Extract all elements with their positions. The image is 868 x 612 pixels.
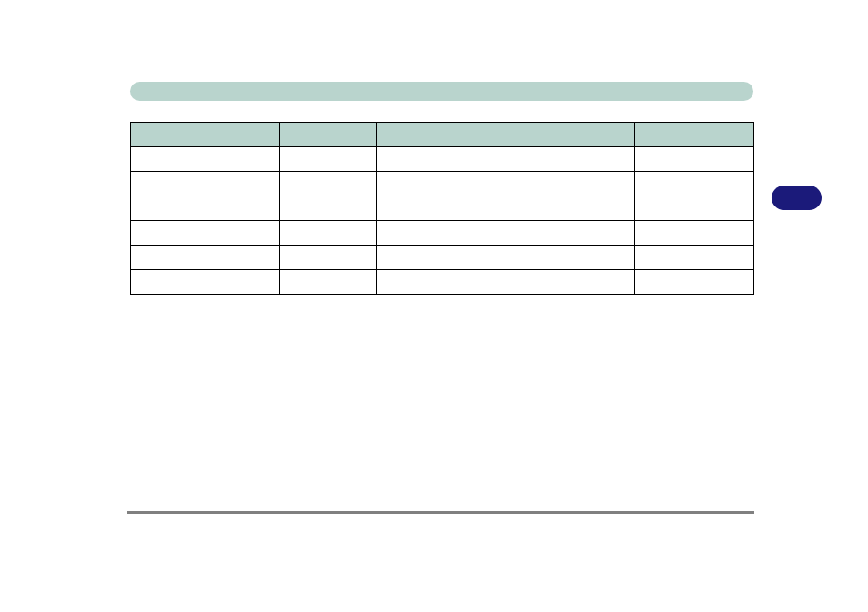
table-cell — [377, 270, 635, 295]
table-cell — [635, 221, 754, 246]
table-cell — [377, 246, 635, 270]
table-row — [131, 196, 754, 221]
table-cell — [131, 221, 280, 246]
table-cell — [131, 196, 280, 221]
table-cell — [280, 221, 377, 246]
table-cell — [280, 147, 377, 172]
table-cell — [377, 221, 635, 246]
table-header-cell — [280, 123, 377, 147]
table-row — [131, 221, 754, 246]
table-cell — [377, 172, 635, 196]
page-side-tab[interactable] — [772, 186, 822, 210]
table-cell — [635, 172, 754, 196]
table-cell — [635, 246, 754, 270]
table-cell — [280, 270, 377, 295]
table-row — [131, 172, 754, 196]
table-cell — [635, 270, 754, 295]
table-cell — [131, 246, 280, 270]
table-cell — [280, 172, 377, 196]
table-cell — [635, 147, 754, 172]
table-row — [131, 147, 754, 172]
table-header-cell — [131, 123, 280, 147]
table-header-row — [131, 123, 754, 147]
section-header-bar — [130, 82, 753, 101]
table-cell — [131, 172, 280, 196]
table-header-cell — [377, 123, 635, 147]
table-cell — [377, 147, 635, 172]
table-cell — [280, 196, 377, 221]
table-row — [131, 246, 754, 270]
table-header-cell — [635, 123, 754, 147]
table-cell — [131, 147, 280, 172]
table-cell — [377, 196, 635, 221]
table-cell — [131, 270, 280, 295]
data-table — [130, 122, 754, 295]
document-page — [0, 0, 868, 612]
table-cell — [280, 246, 377, 270]
table-row — [131, 270, 754, 295]
footer-divider — [127, 511, 754, 514]
table-cell — [635, 196, 754, 221]
